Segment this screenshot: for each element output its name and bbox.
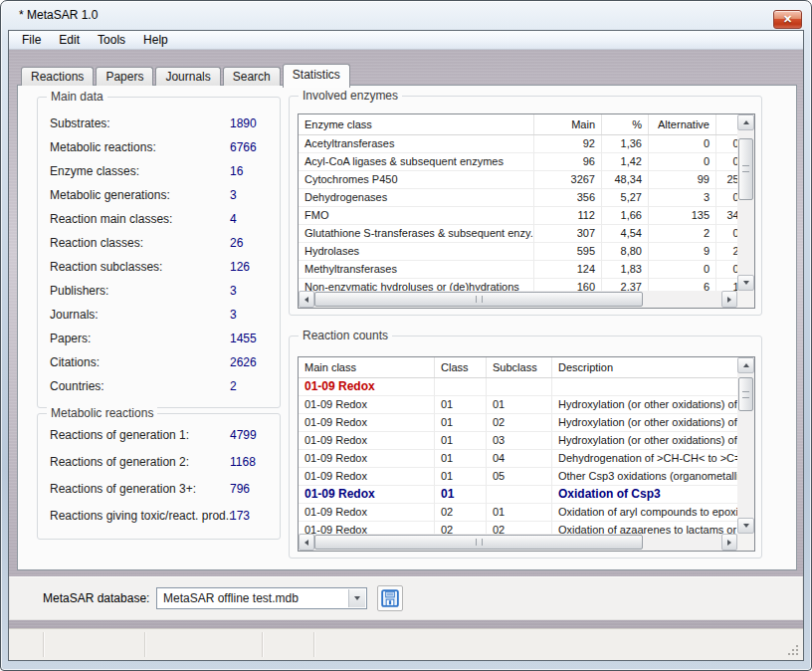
column-header[interactable]: % — [602, 114, 649, 134]
scrollbar-thumb[interactable] — [738, 138, 753, 200]
scrollbar-thumb[interactable] — [314, 535, 643, 550]
column-header[interactable]: Alternative — [649, 114, 716, 134]
reaction-counts-table: Main classClassSubclassDescription 01-09… — [298, 356, 755, 552]
table-cell: 01-09 Redox — [299, 414, 435, 432]
scrollbar-thumb[interactable] — [738, 377, 753, 411]
menu-edit[interactable]: Edit — [50, 31, 89, 49]
table-cell: 04 — [487, 450, 552, 468]
table-cell: 124 — [534, 261, 602, 279]
titlebar[interactable]: * MetaSAR 1.0 ✕ — [1, 1, 811, 30]
table-cell — [552, 378, 751, 396]
table-cell: Glutathione S-transferases & subsequent … — [299, 225, 534, 243]
involved-enzymes-group: Involved enzymes Enzyme classMain%Altern… — [289, 96, 762, 316]
vertical-scrollbar[interactable] — [737, 357, 754, 534]
table-cell: 0 — [649, 153, 716, 171]
resize-grip[interactable] — [796, 653, 798, 655]
combobox-value: MetaSAR offline test.mdb — [157, 588, 366, 608]
table-row[interactable]: 01-09 Redox0103Hydroxylation (or other o… — [299, 432, 754, 450]
table-cell: 0 — [649, 261, 716, 279]
table-cell: Other Csp3 oxidations (organometallic... — [552, 468, 751, 486]
menu-tools[interactable]: Tools — [89, 31, 134, 49]
scroll-left-button[interactable] — [299, 534, 314, 551]
database-label: MetaSAR database: — [43, 577, 149, 619]
horizontal-scrollbar[interactable] — [299, 291, 737, 308]
app-window: * MetaSAR 1.0 ✕ FileEditToolsHelp Reacti… — [0, 0, 812, 671]
table-row[interactable]: Acyl-CoA ligases & subsequent enzymes961… — [299, 153, 754, 171]
group-title: Involved enzymes — [299, 89, 402, 103]
database-combobox[interactable]: MetaSAR offline test.mdb — [156, 587, 367, 609]
scroll-left-button[interactable] — [299, 291, 314, 308]
close-button[interactable]: ✕ — [773, 10, 802, 29]
stat-row: Enzyme classes:16 — [38, 159, 280, 183]
scroll-down-button[interactable] — [737, 275, 754, 291]
menu-file[interactable]: File — [13, 31, 50, 49]
table-row[interactable]: Cytochromes P450326748,349925,00 — [299, 171, 754, 189]
arrow-left-icon — [304, 297, 308, 303]
table-cell: 112 — [534, 207, 602, 225]
menu-help[interactable]: Help — [134, 31, 177, 49]
scroll-right-button[interactable] — [721, 534, 737, 551]
status-divider — [262, 632, 263, 657]
table-row[interactable]: 01-09 Redox0101Hydroxylation (or other o… — [299, 396, 754, 414]
column-header[interactable]: Main — [534, 114, 602, 134]
stat-row: Publishers:3 — [38, 279, 280, 303]
scroll-up-button[interactable] — [737, 357, 754, 373]
stat-value: 2 — [230, 374, 237, 398]
status-divider — [43, 632, 44, 657]
table-cell: 1,42 — [602, 153, 649, 171]
table-body: Acetyltransferases921,3600,00Acyl-CoA li… — [299, 135, 754, 297]
stat-row: Substrates:1890 — [38, 112, 280, 135]
combobox-dropdown-button[interactable] — [348, 589, 365, 607]
tab-journals[interactable]: Journals — [155, 67, 220, 86]
table-cell: Acyl-CoA ligases & subsequent enzymes — [299, 153, 534, 171]
tab-strip: ReactionsPapersJournalsSearchStatistics — [21, 62, 352, 86]
stat-row: Metabolic reactions:6766 — [38, 135, 280, 159]
save-database-button[interactable] — [377, 585, 403, 611]
arrow-left-icon — [304, 540, 308, 546]
table-row[interactable]: Dehydrogenases3565,2730,76 — [299, 189, 754, 207]
table-row[interactable]: Glutathione S-transferases & subsequent … — [299, 225, 754, 243]
table-cell: 01-09 Redox — [299, 468, 435, 486]
arrow-down-icon — [743, 524, 749, 528]
scroll-down-button[interactable] — [737, 518, 754, 534]
stat-label: Substrates: — [50, 116, 110, 130]
horizontal-scrollbar[interactable] — [299, 534, 737, 551]
floppy-disk-icon — [381, 589, 399, 607]
arrow-right-icon — [727, 540, 731, 546]
table-cell: 356 — [534, 189, 602, 207]
stat-label: Reaction main classes: — [50, 212, 172, 226]
tab-statistics[interactable]: Statistics — [283, 64, 350, 88]
column-header[interactable]: Subclass — [487, 357, 552, 377]
vertical-scrollbar[interactable] — [737, 114, 754, 291]
table-row[interactable]: FMO1121,6613534,09 — [299, 207, 754, 225]
table-cell — [487, 378, 552, 396]
table-cell: Cytochromes P450 — [299, 171, 534, 189]
table-row[interactable]: Hydrolases5958,8092,27 — [299, 243, 754, 261]
scroll-right-button[interactable] — [721, 291, 737, 308]
table-row[interactable]: 01-09 Redox0102Hydroxylation (or other o… — [299, 414, 754, 432]
stat-row: Reactions of generation 1:4799 — [38, 422, 280, 449]
column-header[interactable]: Class — [435, 357, 487, 377]
table-row[interactable]: 01-09 Redox0105Other Csp3 oxidations (or… — [299, 468, 754, 486]
tab-papers[interactable]: Papers — [96, 67, 153, 86]
column-header[interactable]: Description — [552, 357, 751, 377]
stat-label: Reactions giving toxic/react. prod.: — [50, 509, 232, 523]
table-row[interactable]: Acetyltransferases921,3600,00 — [299, 135, 754, 153]
stat-row: Reaction subclasses:126 — [38, 255, 280, 279]
table-row[interactable]: Methyltransferases1241,8300,00 — [299, 261, 754, 279]
table-row[interactable]: 01-09 Redox — [299, 378, 754, 396]
table-cell: Methyltransferases — [299, 261, 534, 279]
scrollbar-thumb[interactable] — [314, 292, 643, 307]
close-icon: ✕ — [783, 14, 792, 25]
table-cell — [487, 486, 552, 504]
scroll-up-button[interactable] — [737, 114, 754, 130]
table-row[interactable]: 01-09 Redox0104Dehydrogenation of >CH-CH… — [299, 450, 754, 468]
table-row[interactable]: 01-09 Redox0201Oxidation of aryl compoun… — [299, 504, 754, 522]
metabolic-reactions-group: Metabolic reactions Reactions of generat… — [37, 413, 281, 540]
tab-search[interactable]: Search — [223, 67, 281, 86]
column-header[interactable]: Enzyme class — [299, 114, 534, 134]
column-header[interactable]: Main class — [299, 357, 435, 377]
table-row[interactable]: 01-09 Redox01Oxidation of Csp3 — [299, 486, 754, 504]
tab-reactions[interactable]: Reactions — [21, 67, 94, 86]
table-cell: Acetyltransferases — [299, 135, 534, 153]
